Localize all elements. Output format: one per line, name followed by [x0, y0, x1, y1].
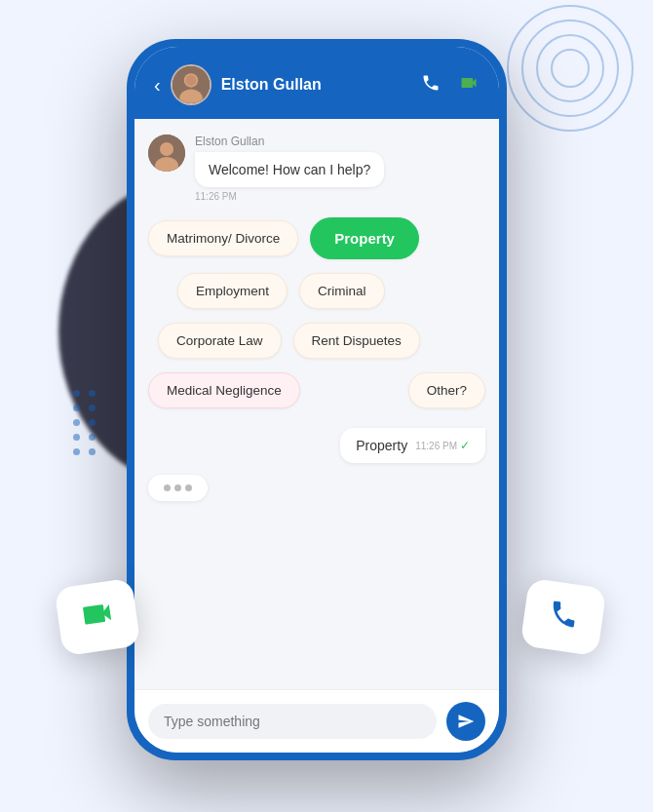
options-row-2: Employment Criminal: [148, 273, 485, 309]
call-icon[interactable]: [421, 73, 441, 97]
option-other[interactable]: Other?: [408, 372, 485, 408]
options-area: Matrimony/ Divorce Property Employment C…: [134, 210, 499, 420]
typing-indicator-area: [134, 469, 499, 511]
video-call-icon[interactable]: [458, 73, 480, 97]
read-check-icon: ✓: [460, 439, 470, 452]
options-row-3: Corporate Law Rent Dispuetes: [148, 323, 485, 359]
message-time: 11:26 PM: [195, 191, 384, 202]
scene: ‹ Elston Gullan: [0, 0, 653, 812]
option-employment[interactable]: Employment: [177, 273, 288, 309]
options-row-4: Medical Negligence Other?: [148, 372, 485, 408]
option-matrimony[interactable]: Matrimony/ Divorce: [148, 220, 298, 256]
phone-frame: ‹ Elston Gullan: [127, 39, 507, 760]
option-property[interactable]: Property: [310, 217, 419, 259]
sent-text: Property: [356, 438, 407, 453]
float-video-card[interactable]: [55, 578, 141, 656]
phone-screen: ‹ Elston Gullan: [134, 47, 499, 753]
sent-meta: 11:26 PM ✓: [415, 439, 470, 452]
message-text: Welcome! How can I help?: [209, 162, 370, 177]
svg-point-3: [185, 75, 196, 86]
message-bubble: Welcome! How can I help?: [195, 152, 384, 187]
back-button[interactable]: ‹: [154, 74, 161, 97]
header-icons: [421, 73, 480, 97]
header-avatar: [171, 64, 211, 105]
received-message: Elston Gullan Welcome! How can I help? 1…: [134, 119, 499, 210]
phone-handset-icon: [545, 596, 581, 638]
option-corporate-law[interactable]: Corporate Law: [158, 323, 282, 359]
video-camera-icon: [77, 594, 118, 640]
contact-name: Elston Gullan: [221, 76, 411, 94]
dots-decoration: [73, 390, 96, 455]
option-rent-disputes[interactable]: Rent Dispuetes: [293, 323, 420, 359]
message-input[interactable]: [148, 704, 437, 739]
chat-body: Elston Gullan Welcome! How can I help? 1…: [134, 119, 499, 689]
sent-time: 11:26 PM: [415, 441, 457, 451]
option-medical-negligence[interactable]: Medical Negligence: [148, 372, 300, 408]
chat-header: ‹ Elston Gullan: [134, 47, 499, 119]
typing-bubble: [148, 475, 208, 501]
send-button[interactable]: [446, 702, 485, 741]
message-content: Elston Gullan Welcome! How can I help? 1…: [195, 135, 384, 202]
option-criminal[interactable]: Criminal: [299, 273, 385, 309]
sent-bubble: Property 11:26 PM ✓: [340, 428, 485, 463]
avatar-image: [173, 66, 210, 103]
sender-avatar: [148, 135, 185, 172]
input-bar: [134, 689, 499, 753]
typing-dot-3: [185, 484, 192, 491]
typing-dot-2: [174, 484, 181, 491]
sent-message-area: Property 11:26 PM ✓: [134, 420, 499, 469]
svg-point-5: [160, 142, 173, 156]
float-phone-card[interactable]: [520, 578, 607, 656]
options-row-1: Matrimony/ Divorce Property: [148, 217, 485, 259]
typing-dot-1: [164, 484, 171, 491]
sender-name: Elston Gullan: [195, 135, 384, 148]
